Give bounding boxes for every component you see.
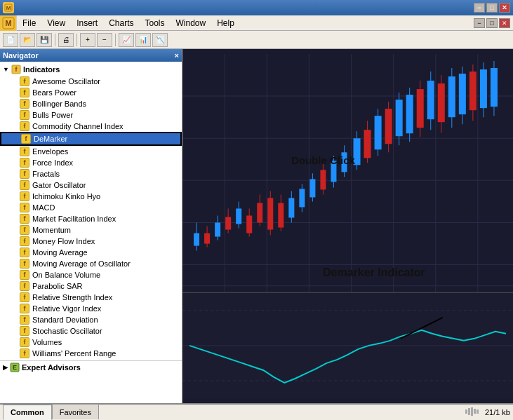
indicator-icon: f — [20, 88, 29, 97]
tab-favorites[interactable]: Favorites — [52, 404, 99, 419]
menu-help[interactable]: Help — [211, 17, 240, 29]
indicator-icon: f — [20, 259, 29, 269]
nav-item-rsi[interactable]: f Relative Strength Index — [0, 292, 182, 303]
toolbar-print[interactable]: 🖨 — [58, 33, 74, 47]
svg-rect-71 — [448, 76, 455, 117]
toolbar-line[interactable]: 📉 — [152, 33, 168, 47]
toolbar-sep3 — [115, 34, 116, 46]
svg-rect-43 — [299, 189, 305, 207]
nav-item-williams-percent-range[interactable]: f Williams' Percent Range — [0, 348, 182, 359]
inner-minimize[interactable]: − — [474, 18, 485, 28]
inner-close[interactable]: ✕ — [499, 18, 510, 28]
nav-item-commodity-channel-index[interactable]: f Commodity Channel Index — [0, 121, 182, 132]
nav-item-parabolic-sar[interactable]: f Parabolic SAR — [0, 280, 182, 292]
svg-rect-75 — [469, 72, 477, 110]
indicator-icon: f — [20, 214, 29, 224]
indicators-label: Indicators — [23, 65, 60, 74]
svg-rect-79 — [491, 68, 498, 107]
toolbar-bar[interactable]: 📊 — [135, 33, 151, 47]
svg-rect-73 — [459, 74, 466, 114]
nav-section-indicators[interactable]: ▼ f Indicators — [0, 63, 182, 76]
indicator-icon: f — [20, 76, 29, 86]
toolbar-new[interactable]: 📄 — [3, 33, 18, 47]
toolbar: 📄 📂 💾 🖨 + − 📈 📊 📉 — [0, 31, 513, 49]
tab-common[interactable]: Common — [3, 405, 52, 420]
nav-item-gator-oscillator[interactable]: f Gator Oscillator — [0, 179, 182, 191]
navigator-content[interactable]: ▼ f Indicators f Awesome Oscillator f Be… — [0, 62, 182, 403]
nav-item-money-flow-index[interactable]: f Money Flow Index — [0, 236, 182, 247]
nav-item-stochastic-oscillator[interactable]: f Stochastic Oscillator — [0, 325, 182, 337]
expert-advisors-label: Expert Advisors — [22, 363, 81, 372]
svg-rect-29 — [225, 217, 231, 229]
nav-section-expert-advisors[interactable]: ▶ E Expert Advisors — [0, 360, 182, 374]
svg-rect-39 — [278, 203, 284, 227]
indicator-icon: f — [20, 292, 29, 302]
app-icon: M — [3, 2, 14, 13]
toolbar-chart[interactable]: 📈 — [119, 33, 134, 47]
indicator-icon: f — [20, 348, 29, 358]
status-bar-indicator — [465, 407, 479, 417]
nav-item-force-index[interactable]: f Force Index — [0, 157, 182, 168]
nav-item-fractals[interactable]: f Fractals — [0, 168, 182, 179]
svg-rect-90 — [474, 409, 476, 414]
titlebar-left: M — [3, 2, 14, 13]
menu-view[interactable]: View — [41, 17, 71, 29]
toolbar-zoomout[interactable]: − — [97, 33, 112, 47]
menu-charts[interactable]: Charts — [103, 17, 139, 29]
toolbar-open[interactable]: 📂 — [20, 33, 35, 47]
nav-item-bears-power[interactable]: f Bears Power — [0, 87, 182, 98]
maximize-button[interactable]: □ — [486, 3, 498, 13]
navigator-panel: Navigator × ▼ f Indicators f Awesome Osc… — [0, 49, 182, 403]
indicator-icon: f — [20, 147, 29, 156]
nav-item-standard-deviation[interactable]: f Standard Deviation — [0, 314, 182, 325]
nav-item-market-facilitation-index[interactable]: f Market Facilitation Index — [0, 213, 182, 224]
nav-item-momentum[interactable]: f Momentum — [0, 224, 182, 236]
indicator-icon: f — [20, 121, 29, 131]
indicator-icon: f — [20, 281, 29, 291]
close-button[interactable]: ✕ — [499, 3, 510, 13]
nav-item-volumes[interactable]: f Volumes — [0, 337, 182, 348]
nav-item-macd[interactable]: f MACD — [0, 202, 182, 213]
indicator-icon: f — [20, 203, 29, 212]
svg-rect-27 — [215, 222, 220, 236]
svg-rect-49 — [331, 161, 336, 182]
indicator-icon: f — [20, 248, 29, 257]
navigator-close-btn[interactable]: × — [175, 51, 179, 60]
indicator-icon: f — [20, 169, 29, 179]
menu-insert[interactable]: Insert — [71, 17, 103, 29]
nav-item-moving-average-oscillator[interactable]: f Moving Average of Oscillator — [0, 258, 182, 269]
toolbar-sep1 — [55, 34, 55, 46]
svg-rect-88 — [468, 408, 470, 415]
toolbar-save[interactable]: 💾 — [36, 33, 52, 47]
nav-item-relative-vigor-index[interactable]: f Relative Vigor Index — [0, 303, 182, 314]
toolbar-zoomin[interactable]: + — [80, 33, 95, 47]
svg-rect-25 — [204, 233, 210, 244]
inner-restore[interactable]: □ — [486, 18, 498, 28]
menubar: M File View Insert Charts Tools Window H… — [0, 15, 513, 31]
navigator-title: Navigator — [3, 51, 39, 60]
nav-item-bollinger-bands[interactable]: f Bollinger Bands — [0, 98, 182, 109]
svg-rect-45 — [309, 179, 315, 197]
nav-item-awesome-oscillator[interactable]: f Awesome Oscillator — [0, 76, 182, 87]
nav-item-moving-average[interactable]: f Moving Average — [0, 247, 182, 258]
titlebar-buttons: − □ ✕ — [474, 3, 510, 13]
svg-rect-87 — [465, 409, 467, 414]
svg-rect-31 — [236, 208, 241, 224]
menu-tools[interactable]: Tools — [140, 17, 171, 29]
menu-window[interactable]: Window — [171, 17, 212, 29]
svg-text:M: M — [6, 5, 11, 11]
minimize-button[interactable]: − — [474, 3, 485, 13]
chart-area[interactable]: Double Click Demarker Indicator — [182, 49, 513, 403]
menu-file[interactable]: File — [17, 17, 41, 29]
svg-rect-51 — [341, 152, 347, 172]
nav-item-envelopes[interactable]: f Envelopes — [0, 146, 182, 157]
nav-item-bulls-power[interactable]: f Bulls Power — [0, 109, 182, 121]
toolbar-sep2 — [76, 34, 77, 46]
svg-rect-35 — [257, 203, 262, 222]
nav-item-demarker[interactable]: f DeMarker — [0, 132, 182, 146]
svg-rect-41 — [288, 198, 294, 217]
indicator-icon: f — [20, 158, 29, 168]
nav-item-on-balance-volume[interactable]: f On Balance Volume — [0, 269, 182, 280]
nav-item-ichimoku[interactable]: f Ichimoku Kinko Hyo — [0, 191, 182, 202]
app-menu-icon: M — [0, 15, 17, 31]
